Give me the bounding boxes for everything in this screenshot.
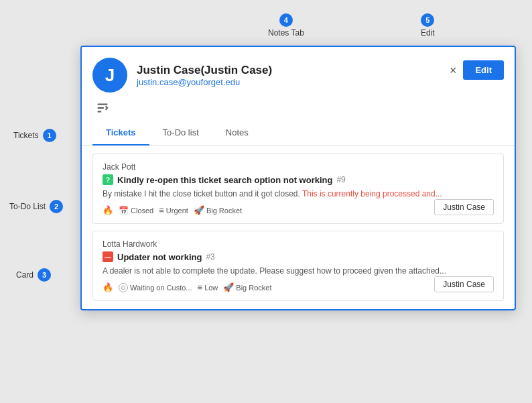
annotation-tickets-label: Tickets [13, 131, 39, 140]
ticket-1-author: Jack Pott [103, 162, 494, 172]
tag-bigrocket-2: 🚀 Big Rocket [223, 282, 271, 292]
ticket-2-body: A dealer is not able to complete the upd… [103, 265, 494, 277]
ticket-1-number: #9 [336, 175, 345, 184]
ticket-1-badge: ? [103, 174, 113, 185]
tab-tickets[interactable]: Tickets [92, 121, 149, 146]
user-email: justin.case@youforget.edu [137, 77, 272, 87]
ticket-card-2: Lotta Hardwork — Updater not working #3 … [92, 231, 504, 301]
annotation-todo-badge: 2 [50, 200, 63, 213]
tag-low-label: Low [204, 284, 218, 292]
tab-todo[interactable]: To-Do list [149, 121, 212, 146]
annotation-card-label: Card [16, 270, 34, 280]
close-button[interactable]: × [450, 64, 457, 76]
tag-bigrocket-1-label: Big Rocket [206, 207, 242, 215]
ticket-2-badge: — [103, 251, 113, 262]
header-left: J Justin Case(Justin Case) justin.case@y… [92, 58, 272, 93]
assignee-btn-2[interactable]: Justin Case [434, 276, 494, 292]
assignee-btn-1[interactable]: Justin Case [434, 199, 494, 215]
annotation-tickets-badge: 1 [43, 129, 56, 142]
tag-urgent-label: Urgent [166, 207, 188, 215]
tag-fire-1: 🔥 [103, 205, 113, 215]
tag-urgent: ≡ Urgent [159, 205, 188, 215]
tag-closed: 📅 Closed [119, 206, 153, 215]
annotation-notes-tab: 4 Notes Tab [268, 13, 304, 38]
tag-closed-label: Closed [131, 207, 153, 215]
annotation-todo: To-Do List 2 [9, 200, 63, 213]
ticket-2-title: Updater not working [117, 252, 202, 262]
ticket-2-title-row: — Updater not working #3 [103, 251, 494, 262]
tab-notes[interactable]: Notes [212, 121, 262, 146]
content-area: Jack Pott ? Kindly re-open this ticket s… [82, 146, 515, 309]
tabs-row: Tickets To-Do list Notes [82, 121, 515, 146]
ticket-1-title: Kindly re-open this ticket search option… [117, 175, 332, 185]
annotation-card-badge: 3 [38, 268, 51, 282]
modal-header: J Justin Case(Justin Case) justin.case@y… [82, 47, 515, 93]
user-name: Justin Case(Justin Case) [137, 64, 272, 77]
ticket-1-body: By mistake I hit the close ticket button… [103, 188, 494, 200]
tag-waiting-label: Waiting on Custo... [130, 284, 192, 292]
annotation-notes-badge: 4 [279, 13, 293, 27]
avatar: J [92, 58, 127, 93]
tag-waiting: ⊙ Waiting on Custo... [119, 283, 192, 292]
annotation-todo-label: To-Do List [9, 202, 46, 211]
annotation-edit-badge: 5 [421, 13, 434, 27]
annotation-tickets: Tickets 1 [13, 129, 56, 142]
annotation-card: Card 3 [16, 268, 51, 282]
edit-button[interactable]: Edit [463, 60, 504, 80]
ticket-2-number: #3 [206, 252, 214, 262]
annotation-edit: 5 Edit [421, 13, 435, 38]
ticket-1-title-row: ? Kindly re-open this ticket search opti… [103, 174, 494, 185]
filter-icon[interactable] [92, 98, 113, 118]
tag-low: ≡ Low [198, 282, 218, 292]
tag-fire-2: 🔥 [103, 282, 113, 292]
annotation-notes-label: Notes Tab [268, 28, 304, 38]
ticket-2-author: Lotta Hardwork [103, 239, 494, 249]
modal: J Justin Case(Justin Case) justin.case@y… [80, 46, 516, 310]
user-info: Justin Case(Justin Case) justin.case@you… [137, 64, 272, 87]
header-right: × Edit [450, 58, 504, 80]
ticket-1-highlight: This is currently being processed and... [302, 189, 442, 198]
tag-bigrocket-2-label: Big Rocket [236, 284, 271, 292]
tag-bigrocket-1: 🚀 Big Rocket [194, 205, 242, 215]
ticket-card-1: Jack Pott ? Kindly re-open this ticket s… [92, 154, 504, 224]
annotation-edit-label: Edit [421, 28, 435, 38]
toolbar-row [82, 93, 515, 118]
